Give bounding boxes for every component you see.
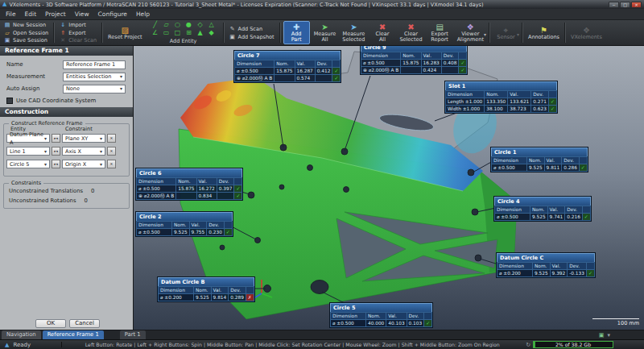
- new-session-button[interactable]: ▤New Session: [2, 21, 51, 29]
- measurement-select[interactable]: Entities Selection▾: [63, 73, 126, 81]
- window-title: VXelements - 3D Software Platform / Metr…: [9, 2, 609, 8]
- annotation-circle-5[interactable]: Circle 5DimensionNom.Val.Dev.⌀ ±0.50040.…: [330, 303, 432, 327]
- viewer-alignment-button[interactable]: ❖Viewer Alignment▾: [455, 21, 486, 44]
- refresh-icon[interactable]: ↻: [526, 342, 530, 348]
- name-label: Name: [6, 61, 63, 68]
- add-snapshot-button[interactable]: ▣Add Snapshot: [227, 33, 277, 41]
- toolbar-separator: [489, 23, 490, 43]
- annotation-title: Circle 2: [136, 212, 233, 221]
- reset-project-button[interactable]: ▨Reset Project: [105, 21, 144, 44]
- name-row: Name: [0, 60, 133, 69]
- vector-entity-icon[interactable]: ∠: [150, 29, 161, 37]
- export-button[interactable]: ⇑Export: [57, 29, 99, 37]
- viewport-corner-icons: ▣ ▾: [599, 332, 610, 339]
- entity-select-3[interactable]: Circle 5▾: [6, 160, 50, 168]
- pass-check-icon: ✓: [234, 193, 242, 200]
- clear-selected-button[interactable]: ✖Clear Selected: [397, 21, 424, 44]
- entity-select-2[interactable]: Line 1▾: [6, 147, 50, 156]
- annotation-circle-9[interactable]: Circle 9DimensionNom.Val.Dev.⌀ ±0.50015.…: [361, 46, 467, 74]
- annotation-datum-circle-b[interactable]: Datum Circle BDimensionNom.Val.Dev.⌀ ±0.…: [158, 277, 254, 301]
- open-session-button[interactable]: ▱Open Session: [2, 29, 51, 37]
- annotation-circle-4[interactable]: Circle 4DimensionNom.Val.Dev.⌀ ±0.5009.5…: [494, 197, 591, 221]
- annotation-circle-7[interactable]: Circle 7DimensionNom.Val.Dev.⌀ ±0.50015.…: [234, 51, 341, 82]
- ok-button[interactable]: OK: [35, 319, 66, 328]
- annotation-circle-2[interactable]: Circle 2DimensionNom.Val.Dev.⌀ ±0.5009.5…: [136, 212, 233, 236]
- vxelements-button[interactable]: ❖VXelements: [568, 21, 605, 44]
- tab-reference-frame-1[interactable]: Reference Frame 1: [43, 330, 104, 339]
- remove-row-button[interactable]: ✕: [107, 160, 116, 168]
- dropdown-arrow-icon[interactable]: ▾: [484, 31, 486, 37]
- minimize-button[interactable]: ─: [609, 2, 619, 8]
- menu-item-view[interactable]: View: [75, 10, 89, 18]
- mouse-hints-text: Left Button: Rotate | Left + Right Butto…: [61, 342, 519, 347]
- swap-button[interactable]: ▸◂: [52, 147, 60, 156]
- remove-row-button[interactable]: ✕: [107, 134, 116, 143]
- constraint-select-1[interactable]: Plane XY▾: [62, 134, 105, 143]
- point-entity-icon[interactable]: ●: [184, 21, 195, 29]
- add-part-button[interactable]: ✚Add Part: [283, 21, 310, 44]
- snapshot-icon[interactable]: ▣: [599, 332, 605, 339]
- add-entity-caption: Add Entity: [170, 38, 197, 44]
- annotation-header-row: DimensionNom.Val.Dev.: [235, 60, 341, 68]
- constraint-select-3[interactable]: Origin X▾: [62, 160, 105, 168]
- chevron-down-icon: ▾: [120, 85, 122, 93]
- cylinder-entity-icon[interactable]: ▲: [195, 29, 206, 37]
- sphere-entity-icon[interactable]: ◆: [206, 29, 217, 37]
- constraint-select-2[interactable]: Axis X▾: [62, 147, 105, 156]
- line-entity-icon[interactable]: ╱: [150, 21, 161, 29]
- chevron-down-icon: ▾: [120, 73, 122, 81]
- viewport-3d[interactable]: Circle 7DimensionNom.Val.Dev.⌀ ±0.50015.…: [134, 46, 644, 330]
- add-scan-button[interactable]: ✎Add Scan: [227, 25, 277, 33]
- name-input[interactable]: [63, 60, 126, 69]
- import-button[interactable]: ⇓Import: [57, 21, 99, 29]
- close-button[interactable]: ✕: [631, 2, 642, 8]
- circle-entity-icon[interactable]: ○: [172, 21, 184, 29]
- use-cad-checkbox[interactable]: [6, 98, 13, 104]
- tab-part-1[interactable]: Part 1: [120, 330, 146, 339]
- grid-entity-icon[interactable]: ⊞: [184, 29, 195, 37]
- menu-item-configure[interactable]: Configure: [98, 10, 127, 18]
- annotation-table: DimensionNom.Val.Dev.⌀ ±0.2009.5259.8140…: [158, 286, 254, 301]
- menu-item-project[interactable]: Project: [45, 10, 66, 18]
- dropdown-arrow-icon[interactable]: ▾: [517, 31, 519, 37]
- chevron-down-icon: ▾: [44, 160, 47, 168]
- annotation-circle-1[interactable]: Circle 1DimensionNom.Val.Dev.⌀ ±0.5009.5…: [491, 147, 588, 172]
- save-session-button[interactable]: ▣Save Session: [2, 36, 51, 44]
- rectangle-entity-icon[interactable]: □: [172, 29, 184, 37]
- expand-icon[interactable]: ▾: [607, 332, 610, 339]
- hole-circle-5: [311, 280, 328, 294]
- export-report-button[interactable]: ▤Export Report: [427, 21, 453, 44]
- annotation-datum-circle-c[interactable]: Datum Circle CDimensionNom.Val.Dev.⌀ ±0.…: [497, 253, 595, 277]
- menu-item-help[interactable]: Help: [136, 10, 150, 18]
- pass-check-icon: ✓: [548, 106, 556, 113]
- annotation-circle-6[interactable]: Circle 6DimensionNom.Val.Dev.⌀ ±0.50015.…: [136, 168, 242, 200]
- measure-all-button[interactable]: ➤Measure All: [312, 21, 339, 44]
- annotation-header-row: DimensionNom.Val.Dev.: [361, 52, 467, 60]
- title-bar: ▲ VXelements - 3D Software Platform / Me…: [0, 0, 644, 9]
- slot-entity-icon[interactable]: ▭: [161, 29, 172, 37]
- cone-entity-icon[interactable]: △: [206, 21, 217, 29]
- tab-navigation[interactable]: Navigation: [2, 330, 41, 339]
- auto-assign-select[interactable]: None▾: [63, 85, 126, 93]
- menu-item-edit[interactable]: Edit: [25, 10, 37, 18]
- annotation-slot-1[interactable]: Slot 1DimensionNom.Val.Dev.Length ±1.000…: [445, 81, 557, 113]
- swap-button[interactable]: ▸◂: [52, 160, 60, 168]
- plane-entity-icon[interactable]: ▱: [161, 21, 172, 29]
- menu-item-file[interactable]: File: [6, 10, 16, 18]
- annotation-title: Circle 7: [234, 51, 341, 60]
- cancel-button[interactable]: Cancel: [69, 319, 100, 328]
- pass-check-icon: ✓: [332, 68, 341, 75]
- construct-row-3: Circle 5▾▸◂Origin X▾✕: [6, 160, 116, 168]
- sensor-button[interactable]: ⌖Sensor▾: [493, 21, 519, 44]
- entity-select-1[interactable]: Datum Plane A▾: [6, 134, 50, 143]
- clear-scan-button[interactable]: ✕Clear Scan: [57, 36, 99, 44]
- clear-all-button[interactable]: ✖Clear All: [369, 21, 395, 44]
- ellipse-entity-icon[interactable]: ◇: [195, 21, 206, 29]
- remove-row-button[interactable]: ✕: [107, 147, 116, 156]
- construct-reference-frame-group: Construct Reference Frame Entity Constra…: [3, 123, 130, 177]
- annotations-button[interactable]: ⚑Annotations: [526, 21, 562, 44]
- swap-button[interactable]: ▸◂: [52, 134, 60, 143]
- measure-selected-button[interactable]: ➤Measure Selected: [340, 21, 367, 44]
- toolbar-separator: [223, 23, 225, 43]
- maximize-button[interactable]: □: [620, 2, 630, 8]
